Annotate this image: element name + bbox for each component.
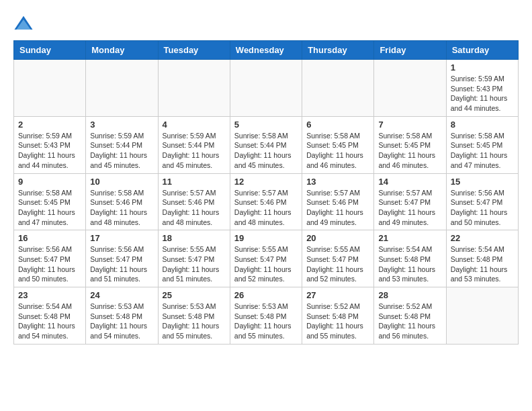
day-info: Sunrise: 5:57 AM Sunset: 5:47 PM Dayligh…: [378, 188, 441, 228]
day-number: 7: [378, 120, 441, 130]
day-cell: 24Sunrise: 5:53 AM Sunset: 5:48 PM Dayli…: [86, 287, 158, 345]
weekday-header-wednesday: Wednesday: [230, 41, 302, 60]
day-number: 13: [306, 177, 369, 187]
day-info: Sunrise: 5:54 AM Sunset: 5:48 PM Dayligh…: [18, 302, 81, 341]
day-info: Sunrise: 5:58 AM Sunset: 5:45 PM Dayligh…: [306, 131, 369, 171]
day-cell: 10Sunrise: 5:58 AM Sunset: 5:46 PM Dayli…: [86, 173, 158, 230]
day-cell: 8Sunrise: 5:58 AM Sunset: 5:45 PM Daylig…: [446, 116, 518, 173]
day-cell: 18Sunrise: 5:55 AM Sunset: 5:47 PM Dayli…: [158, 230, 230, 287]
day-number: 19: [234, 233, 298, 243]
day-info: Sunrise: 5:52 AM Sunset: 5:48 PM Dayligh…: [306, 302, 369, 341]
day-info: Sunrise: 5:58 AM Sunset: 5:44 PM Dayligh…: [234, 131, 298, 171]
day-info: Sunrise: 5:55 AM Sunset: 5:47 PM Dayligh…: [306, 244, 369, 284]
calendar-table: SundayMondayTuesdayWednesdayThursdayFrid…: [13, 40, 519, 345]
day-info: Sunrise: 5:53 AM Sunset: 5:48 PM Dayligh…: [234, 302, 298, 341]
day-info: Sunrise: 5:56 AM Sunset: 5:47 PM Dayligh…: [18, 244, 81, 284]
day-number: 15: [451, 177, 514, 187]
day-info: Sunrise: 5:54 AM Sunset: 5:48 PM Dayligh…: [451, 244, 514, 284]
day-number: 2: [18, 120, 81, 130]
day-cell: 11Sunrise: 5:57 AM Sunset: 5:46 PM Dayli…: [158, 173, 230, 230]
logo-icon: [13, 13, 34, 34]
day-cell: 20Sunrise: 5:55 AM Sunset: 5:47 PM Dayli…: [302, 230, 374, 287]
day-cell: 6Sunrise: 5:58 AM Sunset: 5:45 PM Daylig…: [302, 116, 374, 173]
logo: [13, 13, 36, 34]
day-info: Sunrise: 5:59 AM Sunset: 5:44 PM Dayligh…: [163, 131, 226, 171]
day-cell: 25Sunrise: 5:53 AM Sunset: 5:48 PM Dayli…: [158, 287, 230, 345]
weekday-header-monday: Monday: [86, 41, 158, 60]
day-info: Sunrise: 5:55 AM Sunset: 5:47 PM Dayligh…: [163, 244, 226, 284]
day-info: Sunrise: 5:58 AM Sunset: 5:45 PM Dayligh…: [18, 188, 81, 228]
day-cell: 14Sunrise: 5:57 AM Sunset: 5:47 PM Dayli…: [374, 173, 446, 230]
day-number: 9: [18, 177, 81, 187]
day-cell: 7Sunrise: 5:58 AM Sunset: 5:45 PM Daylig…: [374, 116, 446, 173]
day-number: 18: [163, 233, 226, 243]
day-info: Sunrise: 5:58 AM Sunset: 5:45 PM Dayligh…: [378, 131, 441, 171]
day-cell: 9Sunrise: 5:58 AM Sunset: 5:45 PM Daylig…: [14, 173, 86, 230]
day-number: 1: [451, 62, 514, 73]
weekday-header-saturday: Saturday: [446, 41, 518, 60]
day-cell: 27Sunrise: 5:52 AM Sunset: 5:48 PM Dayli…: [302, 287, 374, 345]
day-number: 10: [90, 177, 153, 187]
day-cell: [14, 60, 86, 117]
day-info: Sunrise: 5:53 AM Sunset: 5:48 PM Dayligh…: [163, 302, 226, 341]
week-row-1: 1Sunrise: 5:59 AM Sunset: 5:43 PM Daylig…: [14, 60, 519, 117]
day-cell: [158, 60, 230, 117]
day-info: Sunrise: 5:57 AM Sunset: 5:46 PM Dayligh…: [306, 188, 369, 228]
week-row-3: 9Sunrise: 5:58 AM Sunset: 5:45 PM Daylig…: [14, 173, 519, 230]
day-number: 20: [306, 233, 369, 243]
day-cell: 21Sunrise: 5:54 AM Sunset: 5:48 PM Dayli…: [374, 230, 446, 287]
day-info: Sunrise: 5:57 AM Sunset: 5:46 PM Dayligh…: [234, 188, 298, 228]
day-info: Sunrise: 5:52 AM Sunset: 5:48 PM Dayligh…: [378, 302, 441, 341]
day-info: Sunrise: 5:57 AM Sunset: 5:46 PM Dayligh…: [163, 188, 226, 228]
day-info: Sunrise: 5:59 AM Sunset: 5:43 PM Dayligh…: [18, 131, 81, 171]
day-cell: [302, 60, 374, 117]
day-info: Sunrise: 5:54 AM Sunset: 5:48 PM Dayligh…: [378, 244, 441, 284]
day-number: 6: [306, 120, 369, 130]
day-info: Sunrise: 5:56 AM Sunset: 5:47 PM Dayligh…: [451, 188, 514, 228]
weekday-header-sunday: Sunday: [14, 41, 86, 60]
day-cell: 17Sunrise: 5:56 AM Sunset: 5:47 PM Dayli…: [86, 230, 158, 287]
day-info: Sunrise: 5:56 AM Sunset: 5:47 PM Dayligh…: [90, 244, 153, 284]
day-number: 11: [163, 177, 226, 187]
day-cell: 22Sunrise: 5:54 AM Sunset: 5:48 PM Dayli…: [446, 230, 518, 287]
day-number: 4: [163, 120, 226, 130]
week-row-2: 2Sunrise: 5:59 AM Sunset: 5:43 PM Daylig…: [14, 116, 519, 173]
day-cell: [86, 60, 158, 117]
day-cell: 16Sunrise: 5:56 AM Sunset: 5:47 PM Dayli…: [14, 230, 86, 287]
page-header: [13, 13, 519, 34]
day-number: 23: [18, 290, 81, 300]
weekday-header-friday: Friday: [374, 41, 446, 60]
day-info: Sunrise: 5:53 AM Sunset: 5:48 PM Dayligh…: [90, 302, 153, 341]
day-number: 26: [234, 290, 298, 300]
day-number: 24: [90, 290, 153, 300]
day-number: 27: [306, 290, 369, 300]
weekday-header-thursday: Thursday: [302, 41, 374, 60]
day-number: 25: [163, 290, 226, 300]
day-cell: 23Sunrise: 5:54 AM Sunset: 5:48 PM Dayli…: [14, 287, 86, 345]
day-cell: 19Sunrise: 5:55 AM Sunset: 5:47 PM Dayli…: [230, 230, 302, 287]
day-cell: [230, 60, 302, 117]
day-info: Sunrise: 5:58 AM Sunset: 5:46 PM Dayligh…: [90, 188, 153, 228]
day-number: 22: [451, 233, 514, 243]
day-cell: 4Sunrise: 5:59 AM Sunset: 5:44 PM Daylig…: [158, 116, 230, 173]
week-row-4: 16Sunrise: 5:56 AM Sunset: 5:47 PM Dayli…: [14, 230, 519, 287]
day-number: 16: [18, 233, 81, 243]
day-cell: [446, 287, 518, 345]
day-cell: 5Sunrise: 5:58 AM Sunset: 5:44 PM Daylig…: [230, 116, 302, 173]
weekday-header-tuesday: Tuesday: [158, 41, 230, 60]
day-cell: 15Sunrise: 5:56 AM Sunset: 5:47 PM Dayli…: [446, 173, 518, 230]
day-info: Sunrise: 5:59 AM Sunset: 5:43 PM Dayligh…: [451, 74, 514, 113]
day-cell: 26Sunrise: 5:53 AM Sunset: 5:48 PM Dayli…: [230, 287, 302, 345]
day-cell: [374, 60, 446, 117]
day-cell: 12Sunrise: 5:57 AM Sunset: 5:46 PM Dayli…: [230, 173, 302, 230]
day-cell: 13Sunrise: 5:57 AM Sunset: 5:46 PM Dayli…: [302, 173, 374, 230]
day-number: 5: [234, 120, 298, 130]
day-number: 28: [378, 290, 441, 300]
day-cell: 2Sunrise: 5:59 AM Sunset: 5:43 PM Daylig…: [14, 116, 86, 173]
day-cell: 1Sunrise: 5:59 AM Sunset: 5:43 PM Daylig…: [446, 60, 518, 117]
day-cell: 3Sunrise: 5:59 AM Sunset: 5:44 PM Daylig…: [86, 116, 158, 173]
weekday-header-row: SundayMondayTuesdayWednesdayThursdayFrid…: [14, 41, 519, 60]
day-number: 21: [378, 233, 441, 243]
day-number: 3: [90, 120, 153, 130]
day-number: 12: [234, 177, 298, 187]
